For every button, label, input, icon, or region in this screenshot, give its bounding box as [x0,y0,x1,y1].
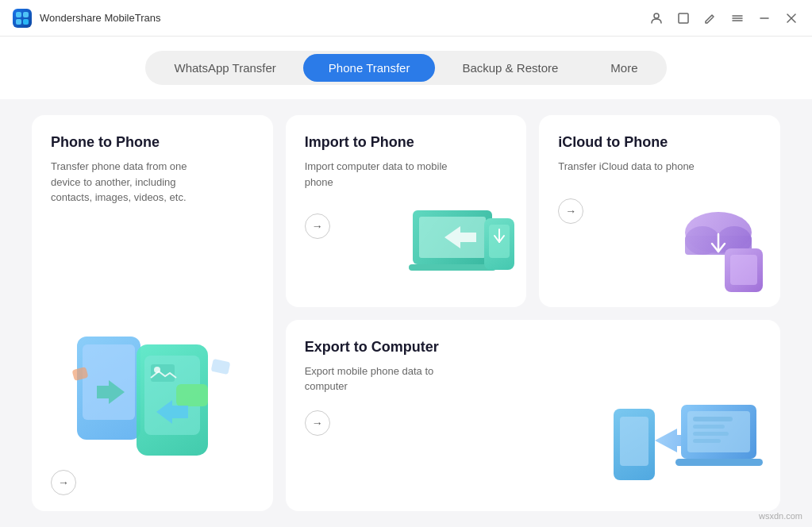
titlebar-left: Wondershare MobileTrans [13,9,160,28]
card-export-to-computer[interactable]: Export to Computer Export mobile phone d… [286,320,780,512]
card-icloud-to-phone[interactable]: iCloud to Phone Transfer iCloud data to … [539,115,780,307]
card-import-title: Import to Phone [305,134,508,151]
main-content: Phone to Phone Transfer phone data from … [0,99,812,527]
card-export-title: Export to Computer [305,339,761,356]
svg-rect-35 [620,417,648,466]
card-phone-to-phone-title: Phone to Phone [51,134,254,151]
nav-tabs: WhatsApp Transfer Phone Transfer Backup … [145,51,666,85]
tab-backup[interactable]: Backup & Restore [437,54,583,82]
svg-rect-42 [675,459,763,466]
svg-rect-0 [16,12,21,17]
import-illustration [409,202,520,301]
icloud-illustration [663,202,774,301]
svg-rect-3 [23,19,29,25]
card-icloud-desc: Transfer iCloud data to phone [558,159,717,175]
svg-rect-38 [693,417,733,421]
menu-icon[interactable] [729,10,745,26]
svg-rect-1 [23,12,29,17]
card-phone-to-phone[interactable]: Phone to Phone Transfer phone data from … [32,115,273,511]
window-icon[interactable] [675,10,691,26]
account-icon[interactable] [648,10,664,26]
svg-rect-5 [679,13,688,23]
svg-rect-33 [730,255,757,285]
svg-rect-18 [176,384,208,406]
card-phone-to-phone-arrow[interactable]: → [51,470,76,495]
watermark: wsxdn.com [759,511,802,521]
tab-phone[interactable]: Phone Transfer [303,54,436,82]
svg-rect-23 [409,264,496,271]
card-import-to-phone[interactable]: Import to Phone Import computer data to … [286,115,527,307]
titlebar-controls [648,10,799,26]
card-phone-to-phone-desc: Transfer phone data from one device to a… [51,159,210,206]
minimize-icon[interactable] [756,10,772,26]
card-icloud-arrow[interactable]: → [558,198,583,224]
svg-rect-40 [693,432,729,436]
card-import-desc: Import computer data to mobile phone [305,159,464,190]
titlebar: Wondershare MobileTrans [0,0,812,37]
card-import-arrow[interactable]: → [305,213,330,239]
svg-rect-39 [693,425,725,429]
svg-rect-2 [16,19,21,25]
export-illustration [606,397,764,503]
card-export-desc: Export mobile phone data to computer [305,364,464,394]
phone-to-phone-illustration [65,321,240,464]
nav-area: WhatsApp Transfer Phone Transfer Backup … [0,37,812,99]
edit-icon[interactable] [702,10,718,26]
close-icon[interactable] [783,10,799,26]
card-icloud-title: iCloud to Phone [558,134,761,151]
svg-rect-20 [210,359,230,375]
svg-point-4 [654,13,659,18]
card-export-arrow[interactable]: → [305,410,330,436]
app-title: Wondershare MobileTrans [40,12,160,24]
app-icon [13,9,32,28]
tab-whatsapp[interactable]: WhatsApp Transfer [148,54,301,82]
svg-rect-41 [693,439,721,443]
tab-more[interactable]: More [585,54,663,82]
